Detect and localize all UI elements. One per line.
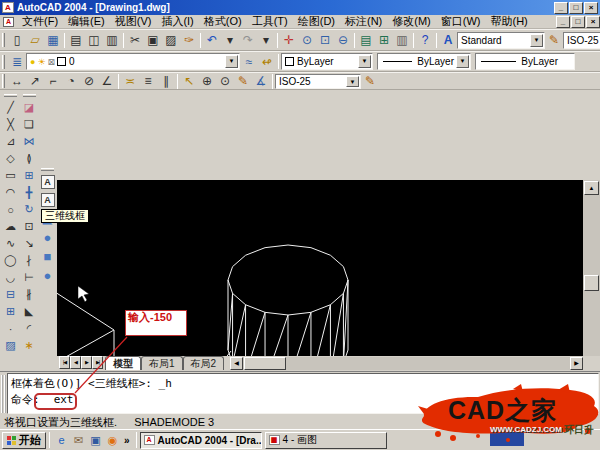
publish-icon[interactable]: ▥ bbox=[103, 31, 121, 49]
zoom-previous-icon[interactable]: ⊖ bbox=[334, 31, 352, 49]
ellipse-icon[interactable]: ◯ bbox=[2, 252, 19, 269]
fillet-icon[interactable]: ◜ bbox=[21, 320, 38, 337]
layer-lock-icon[interactable]: ⊠ bbox=[48, 57, 56, 67]
menu-edit[interactable]: 编辑(E) bbox=[63, 15, 110, 28]
menu-format[interactable]: 格式(O) bbox=[199, 15, 247, 28]
tab-scroll-next-icon[interactable]: ▶ bbox=[81, 356, 92, 369]
break-icon[interactable]: ∦ bbox=[21, 286, 38, 303]
properties-icon[interactable]: ▤ bbox=[357, 31, 375, 49]
redo-icon[interactable]: ↷ bbox=[239, 31, 257, 49]
gouraud-shaded-icon[interactable]: ■ bbox=[39, 247, 56, 266]
help-icon[interactable]: ? bbox=[416, 31, 434, 49]
construction-line-icon[interactable]: ╳ bbox=[2, 116, 19, 133]
quicklaunch-chevron-icon[interactable]: » bbox=[124, 435, 130, 446]
open-icon[interactable]: ▱ bbox=[26, 31, 44, 49]
erase-icon[interactable]: ◪ bbox=[21, 99, 38, 116]
copy-object-icon[interactable]: ❏ bbox=[21, 116, 38, 133]
menu-insert[interactable]: 插入(I) bbox=[156, 15, 198, 28]
chevron-down-icon[interactable]: ▼ bbox=[530, 34, 543, 47]
scroll-right-icon[interactable]: ▶ bbox=[570, 357, 583, 370]
chevron-down-icon[interactable]: ▼ bbox=[346, 76, 359, 87]
dimension-style-combo[interactable]: ISO-25 ▼ bbox=[275, 74, 361, 89]
menu-view[interactable]: 视图(V) bbox=[110, 15, 157, 28]
toolbar-grip[interactable] bbox=[4, 94, 17, 97]
hatch-icon[interactable]: ▨ bbox=[2, 337, 19, 354]
rectangle-icon[interactable]: ▭ bbox=[2, 167, 19, 184]
match-properties-icon[interactable]: ✑ bbox=[180, 31, 198, 49]
lineweight-combo[interactable]: ByLayer bbox=[475, 53, 575, 70]
scroll-left-icon[interactable]: ◀ bbox=[230, 357, 243, 370]
horizontal-scrollbar[interactable]: ◀ ▶ bbox=[230, 357, 583, 370]
chamfer-icon[interactable]: ◣ bbox=[21, 303, 38, 320]
layer-freeze-sun-icon[interactable]: ☀ bbox=[37, 57, 45, 67]
tab-scroll-first-icon[interactable]: |◀ bbox=[59, 356, 70, 369]
doc-close-button[interactable]: × bbox=[586, 16, 600, 28]
color-combo[interactable]: ByLayer ▼ bbox=[281, 53, 373, 70]
3d-wireframe-icon[interactable]: A bbox=[41, 193, 55, 207]
dimension-edit-icon[interactable]: ✎ bbox=[234, 72, 252, 90]
line-icon[interactable]: ╱ bbox=[2, 99, 19, 116]
doc-minimize-button[interactable]: _ bbox=[556, 16, 570, 28]
doc-restore-button[interactable]: □ bbox=[571, 16, 585, 28]
cut-icon[interactable]: ✂ bbox=[126, 31, 144, 49]
spline-icon[interactable]: ∿ bbox=[2, 235, 19, 252]
dimension-text-edit-icon[interactable]: ∡ bbox=[252, 72, 270, 90]
show-desktop-icon[interactable]: ▣ bbox=[88, 432, 103, 448]
tab-layout1[interactable]: 布局1 bbox=[141, 356, 183, 370]
document-icon[interactable]: A bbox=[3, 17, 14, 27]
polyline-icon[interactable]: ⊿ bbox=[2, 133, 19, 150]
text-style-icon[interactable]: A bbox=[439, 31, 457, 49]
angular-dimension-icon[interactable]: ∠ bbox=[98, 72, 116, 90]
baseline-dimension-icon[interactable]: ≡ bbox=[139, 72, 157, 90]
undo-icon[interactable]: ↶ bbox=[203, 31, 221, 49]
chevron-down-icon[interactable]: ▼ bbox=[225, 55, 238, 68]
horizontal-scroll-thumb[interactable] bbox=[244, 357, 286, 370]
gouraud-edges-icon[interactable]: ● bbox=[39, 266, 56, 285]
menu-draw[interactable]: 绘图(D) bbox=[293, 15, 340, 28]
polygon-icon[interactable]: ◇ bbox=[2, 150, 19, 167]
make-object-layer-current-icon[interactable]: ≈ bbox=[240, 53, 258, 71]
menu-tools[interactable]: 工具(T) bbox=[247, 15, 293, 28]
start-button[interactable]: 开始 bbox=[2, 432, 46, 449]
move-icon[interactable]: ╋ bbox=[21, 184, 38, 201]
continue-dimension-icon[interactable]: ∥ bbox=[157, 72, 175, 90]
tab-scroll-last-icon[interactable]: ▶| bbox=[92, 356, 103, 369]
media-player-icon[interactable]: ◉ bbox=[105, 432, 120, 448]
zoom-realtime-icon[interactable]: ⊙ bbox=[298, 31, 316, 49]
aligned-dimension-icon[interactable]: ↗ bbox=[26, 72, 44, 90]
restore-button[interactable]: □ bbox=[569, 2, 583, 14]
trim-icon[interactable]: ∤ bbox=[21, 252, 38, 269]
tab-scroll-prev-icon[interactable]: ◀ bbox=[70, 356, 81, 369]
layer-previous-icon[interactable]: ↫ bbox=[258, 53, 276, 71]
menu-modify[interactable]: 修改(M) bbox=[387, 15, 436, 28]
ellipse-arc-icon[interactable]: ◡ bbox=[2, 269, 19, 286]
text-style-combo[interactable]: Standard ▼ bbox=[457, 32, 545, 49]
layer-on-bulb-icon[interactable]: ● bbox=[30, 57, 35, 67]
plot-icon[interactable]: ▤ bbox=[67, 31, 85, 49]
tab-model[interactable]: 模型 bbox=[105, 356, 141, 370]
toolbar-grip[interactable] bbox=[2, 74, 5, 88]
save-icon[interactable]: ▦ bbox=[44, 31, 62, 49]
explode-icon[interactable]: ∗ bbox=[21, 337, 38, 354]
layer-manager-icon[interactable]: ≣ bbox=[8, 53, 26, 71]
tab-layout2[interactable]: 布局2 bbox=[183, 356, 225, 370]
outlook-icon[interactable]: ✉ bbox=[71, 432, 86, 448]
mirror-icon[interactable]: ⋈ bbox=[21, 133, 38, 150]
revision-cloud-icon[interactable]: ☁ bbox=[2, 218, 19, 235]
ie-icon[interactable]: e bbox=[54, 432, 69, 448]
toolbar-grip[interactable] bbox=[41, 168, 54, 171]
dim-style-icon[interactable]: ✎ bbox=[545, 31, 563, 49]
chevron-down-icon[interactable]: ▼ bbox=[456, 55, 469, 68]
diameter-dimension-icon[interactable]: ⊘ bbox=[80, 72, 98, 90]
array-icon[interactable]: ⊞ bbox=[21, 167, 38, 184]
tool-palettes-icon[interactable]: ▥ bbox=[393, 31, 411, 49]
scale-icon[interactable]: ⊡ bbox=[21, 218, 38, 235]
linear-dimension-icon[interactable]: ↔ bbox=[8, 72, 26, 90]
redo-arrow-icon[interactable]: ▾ bbox=[257, 31, 275, 49]
dimension-update-icon[interactable]: ✎ bbox=[361, 72, 379, 90]
task-paint[interactable]: ▦4 - 画图 bbox=[265, 432, 387, 449]
flat-shaded-icon[interactable]: ● bbox=[39, 228, 56, 247]
minimize-button[interactable]: _ bbox=[554, 2, 568, 14]
scroll-up-icon[interactable]: ▲ bbox=[584, 181, 599, 195]
toolbar-grip[interactable] bbox=[23, 94, 36, 97]
